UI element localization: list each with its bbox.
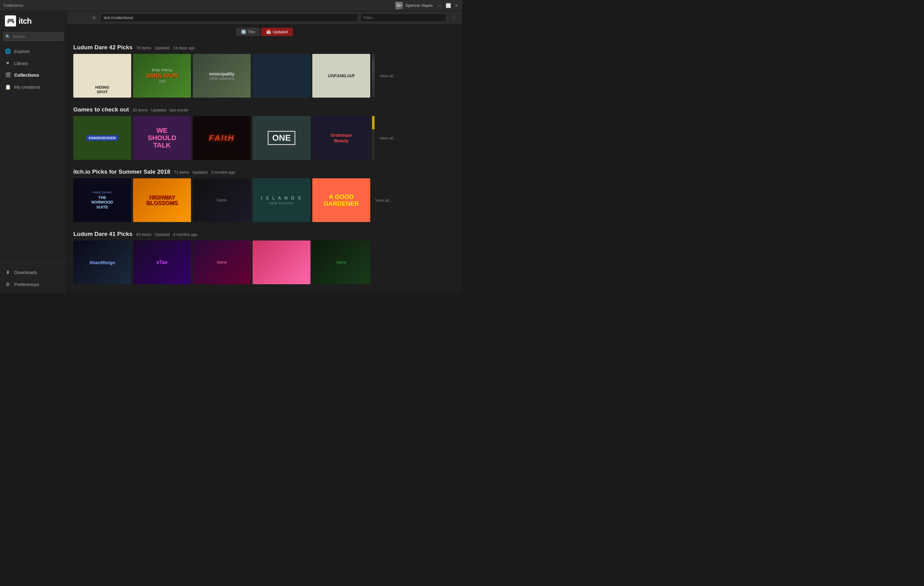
window-controls: — ⬜ ✕ xyxy=(438,3,458,8)
updated-time: 13 days ago xyxy=(173,46,195,50)
url-bar[interactable] xyxy=(101,13,358,22)
sidebar-item-downloads[interactable]: ⬇ Downloads xyxy=(0,266,67,278)
sidebar-item-preferences-label: Preferences xyxy=(14,282,39,287)
title-bar: Collections SH Spencer Hayes — ⬜ ✕ xyxy=(0,0,462,11)
item-count-2: 30 items xyxy=(133,108,148,112)
user-name: Spencer Hayes xyxy=(405,3,433,8)
collection-title-4[interactable]: Ludum Dare 41 Picks xyxy=(73,231,132,238)
window-title: Collections xyxy=(4,3,23,8)
back-button[interactable]: ← xyxy=(71,15,79,21)
item-count: 78 items xyxy=(136,46,151,50)
app-body: 🎮 itch 🔍 🌐 Explore ♥ Library 🎬 Collectio… xyxy=(0,11,462,293)
game-thumb-one[interactable]: ONE xyxy=(252,116,310,160)
game-thumb-minicipality[interactable]: minicipality LD#42 submission xyxy=(193,54,251,97)
item-count-4: 63 items xyxy=(136,232,151,237)
nav-arrows: ← → ↻ xyxy=(71,15,98,21)
close-button[interactable]: ✕ xyxy=(455,3,458,8)
content-area: ← → ↻ ⋮ 🔤 Title 📅 Updated Lud xyxy=(67,11,462,293)
game-thumb-good-gardener[interactable]: A GOODGARDENER xyxy=(312,178,370,222)
game-thumb-tetro[interactable]: eTae xyxy=(133,241,191,284)
scroll-indicator xyxy=(372,54,375,97)
scroll-indicator-2 xyxy=(372,116,375,160)
downloads-icon: ⬇ xyxy=(5,269,10,275)
game-thumb-we-should-talk[interactable]: WESHOULDTALK xyxy=(133,116,191,160)
item-count-3: 71 items xyxy=(174,170,189,175)
game-thumb-knaddskogen[interactable]: KNADDSKOGEN xyxy=(73,116,131,160)
game-thumb-islands[interactable]: I S L A N D S NON-PLACES xyxy=(252,178,310,222)
sidebar-nav: 🌐 Explore ♥ Library 🎬 Collections 📋 My c… xyxy=(0,44,67,264)
minimize-button[interactable]: — xyxy=(438,3,442,8)
search-input[interactable] xyxy=(3,32,64,41)
sidebar-bottom: ⬇ Downloads ⚙ Preferences xyxy=(0,264,67,293)
updated-label-2: Updated xyxy=(151,108,166,112)
view-all-summer[interactable]: View all... xyxy=(372,178,395,222)
logo-icon: 🎮 xyxy=(5,15,16,26)
sort-updated-icon: 📅 xyxy=(266,30,271,34)
sidebar-item-collections[interactable]: 🎬 Collections xyxy=(0,69,67,81)
sidebar: 🎮 itch 🔍 🌐 Explore ♥ Library 🎬 Collectio… xyxy=(0,11,67,293)
game-thumb-hiding-spot[interactable]: HIDINGSPOT xyxy=(73,54,131,97)
sidebar-item-explore[interactable]: 🌐 Explore xyxy=(0,45,67,57)
game-thumb-simulator[interactable]: Body Hiding SIMULATOR 1995 xyxy=(133,54,191,97)
game-thumb-forest-game[interactable]: Game xyxy=(312,241,370,284)
collection-meta: 78 items Updated 13 days ago xyxy=(136,46,195,50)
sidebar-item-explore-label: Explore xyxy=(14,49,30,54)
game-thumb-lights[interactable]: Game xyxy=(193,241,251,284)
user-avatar: SH xyxy=(396,2,403,9)
library-icon: ♥ xyxy=(5,60,10,66)
filter-input[interactable] xyxy=(360,13,447,22)
explore-icon: 🌐 xyxy=(5,48,10,54)
logo-text: itch xyxy=(18,17,31,26)
collection-ludum-dare-41: Ludum Dare 41 Picks 63 items Updated 4 m… xyxy=(73,231,456,284)
game-thumb-faith[interactable]: FAItH xyxy=(193,116,251,160)
collection-summer-sale: itch.io Picks for Summer Sale 2018 71 it… xyxy=(73,168,456,222)
sort-by-updated-button[interactable]: 📅 Updated xyxy=(261,28,293,36)
collections-icon: 🎬 xyxy=(5,72,10,78)
sort-title-icon: 🔤 xyxy=(241,30,246,34)
games-row: HIDINGSPOT Body Hiding SIMULATOR 1995 xyxy=(73,54,456,97)
app-logo: 🎮 itch xyxy=(0,11,67,31)
sidebar-item-my-creations-label: My creations xyxy=(14,84,40,90)
my-creations-icon: 📋 xyxy=(5,84,10,90)
collection-title[interactable]: Ludum Dare 42 Picks xyxy=(73,44,132,51)
games-row-4: ShardReign eTae Game xyxy=(73,241,456,284)
collections-list: Ludum Dare 42 Picks 78 items Updated 13 … xyxy=(67,39,462,293)
search-bar: 🔍 xyxy=(3,32,64,41)
search-icon: 🔍 xyxy=(5,35,10,39)
view-all-games-check[interactable]: View all... xyxy=(376,116,399,160)
collection-meta-2: 30 items Updated last month xyxy=(133,108,188,112)
updated-label-4: Updated xyxy=(155,232,170,237)
updated-time-2: last month xyxy=(170,108,188,112)
collection-header-2: Games to check out 30 items Updated last… xyxy=(73,106,456,113)
collection-ludum-dare-42: Ludum Dare 42 Picks 78 items Updated 13 … xyxy=(73,44,456,97)
sidebar-item-downloads-label: Downloads xyxy=(14,270,37,275)
game-thumb-unfamiliar[interactable]: UNFAMILIAR xyxy=(312,54,370,97)
games-row-2: KNADDSKOGEN WESHOULDTALK FAItH xyxy=(73,116,456,160)
sidebar-item-my-creations[interactable]: 📋 My creations xyxy=(0,81,67,93)
refresh-button[interactable]: ↻ xyxy=(91,15,98,21)
game-thumb-norwood[interactable]: FREE DEMO THENORWOODSUITE xyxy=(73,178,131,222)
preferences-icon: ⚙ xyxy=(5,281,10,287)
view-all-ludum-42[interactable]: View all... xyxy=(376,54,399,97)
collection-title-3[interactable]: itch.io Picks for Summer Sale 2018 xyxy=(73,168,170,175)
sidebar-item-preferences[interactable]: ⚙ Preferences xyxy=(0,278,67,291)
games-row-3: FREE DEMO THENORWOODSUITE HIGHWAYBLOSSOM… xyxy=(73,178,456,222)
game-thumb-pink[interactable] xyxy=(252,241,310,284)
sort-by-title-button[interactable]: 🔤 Title xyxy=(236,28,260,36)
updated-time-3: 3 months ago xyxy=(211,170,235,175)
collection-title-2[interactable]: Games to check out xyxy=(73,106,129,113)
forward-button[interactable]: → xyxy=(81,15,89,21)
updated-label-3: Updated xyxy=(193,170,208,175)
more-options-button[interactable]: ⋮ xyxy=(449,14,458,22)
sidebar-item-library[interactable]: ♥ Library xyxy=(0,57,67,69)
sidebar-item-collections-label: Collections xyxy=(14,73,39,78)
game-thumb-anime[interactable]: Game xyxy=(193,178,251,222)
game-thumb-highway-blossoms[interactable]: HIGHWAYBLOSSOMS xyxy=(133,178,191,222)
game-thumb-shard-reign[interactable]: ShardReign xyxy=(73,241,131,284)
maximize-button[interactable]: ⬜ xyxy=(446,3,451,8)
collection-meta-4: 63 items Updated 4 months ago xyxy=(136,232,198,237)
sidebar-item-library-label: Library xyxy=(14,61,28,66)
nav-bar: ← → ↻ ⋮ xyxy=(67,11,462,25)
game-thumb-grid[interactable] xyxy=(252,54,310,97)
game-thumb-grotesque[interactable]: GrotesqueBeauty xyxy=(312,116,370,160)
